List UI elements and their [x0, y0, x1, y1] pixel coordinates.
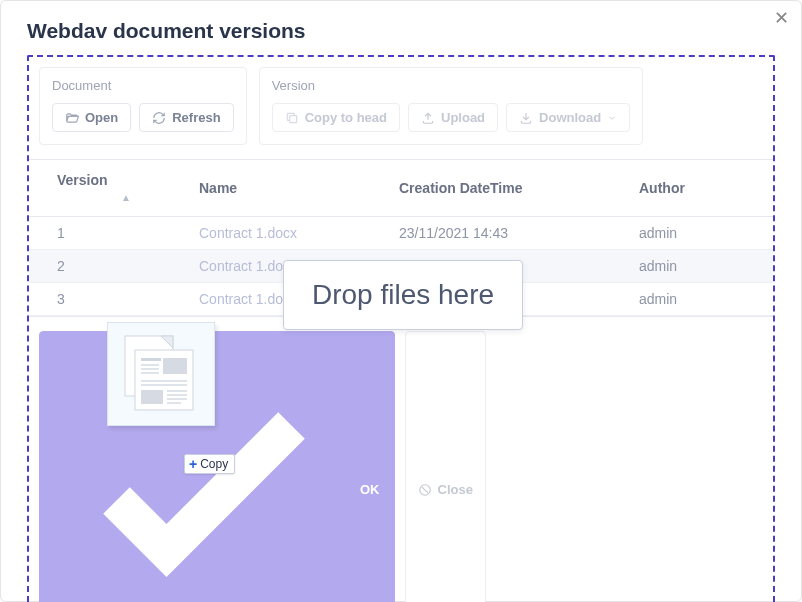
cell-creation: 23/11/2021 14:43 [389, 217, 629, 250]
cell-author: admin [629, 283, 773, 316]
cancel-icon [418, 483, 432, 497]
refresh-icon [152, 111, 166, 125]
copy-icon [285, 111, 299, 125]
table-header: Version ▲ Name Creation DateTime Author [29, 160, 773, 217]
cell-version: 3 [29, 283, 189, 316]
col-creation[interactable]: Creation DateTime [389, 160, 629, 217]
modal-header: Webdav document versions ✕ [1, 1, 801, 55]
svg-rect-9 [141, 380, 187, 382]
svg-rect-11 [141, 390, 163, 404]
svg-rect-10 [141, 384, 187, 386]
svg-rect-0 [289, 115, 296, 122]
upload-icon [421, 111, 435, 125]
table-row[interactable]: 1 Contract 1.docx 23/11/2021 14:43 admin [29, 217, 773, 250]
ok-label: OK [360, 482, 380, 497]
versions-table: Version ▲ Name Creation DateTime Author … [29, 159, 773, 317]
refresh-button[interactable]: Refresh [139, 103, 233, 132]
close-button[interactable]: Close [405, 331, 486, 602]
folder-open-icon [65, 111, 79, 125]
svg-rect-13 [167, 394, 187, 396]
svg-rect-12 [167, 390, 187, 392]
download-icon [519, 111, 533, 125]
panel-document: Document Open Refresh [39, 67, 247, 145]
cell-version: 1 [29, 217, 189, 250]
close-label: Close [438, 482, 473, 497]
toolbar-panels: Document Open Refresh [39, 67, 763, 145]
svg-rect-5 [141, 364, 159, 366]
svg-rect-15 [167, 402, 181, 404]
panel-version: Version Copy to head Upload [259, 67, 644, 145]
cell-author: admin [629, 250, 773, 283]
dropzone[interactable]: Document Open Refresh [27, 55, 775, 602]
refresh-button-label: Refresh [172, 110, 220, 125]
col-name[interactable]: Name [189, 160, 389, 217]
copy-cursor-badge: + Copy [184, 454, 235, 474]
document-icon [121, 334, 201, 414]
upload-label: Upload [441, 110, 485, 125]
close-icon[interactable]: ✕ [774, 9, 789, 27]
copy-to-head-button[interactable]: Copy to head [272, 103, 400, 132]
copy-to-head-label: Copy to head [305, 110, 387, 125]
download-label: Download [539, 110, 601, 125]
chevron-down-icon [607, 111, 617, 125]
svg-rect-6 [141, 368, 159, 370]
cell-author: admin [629, 217, 773, 250]
drop-hint: Drop files here [283, 260, 523, 330]
svg-rect-14 [167, 398, 187, 400]
open-button[interactable]: Open [52, 103, 131, 132]
drag-ghost [107, 322, 215, 426]
col-version[interactable]: Version ▲ [29, 160, 189, 217]
panel-document-title: Document [52, 78, 234, 93]
sort-asc-icon: ▲ [121, 192, 131, 203]
open-button-label: Open [85, 110, 118, 125]
svg-rect-4 [141, 358, 161, 361]
modal-webdav-versions: Webdav document versions ✕ Document Open [0, 0, 802, 602]
cell-version: 2 [29, 250, 189, 283]
plus-icon: + [189, 457, 197, 471]
copy-badge-label: Copy [200, 457, 228, 471]
modal-title: Webdav document versions [27, 19, 775, 43]
upload-button[interactable]: Upload [408, 103, 498, 132]
cell-name: Contract 1.docx [189, 217, 389, 250]
svg-rect-8 [163, 358, 187, 374]
download-button[interactable]: Download [506, 103, 630, 132]
svg-rect-7 [141, 372, 159, 374]
col-author[interactable]: Author [629, 160, 773, 217]
panel-version-title: Version [272, 78, 631, 93]
